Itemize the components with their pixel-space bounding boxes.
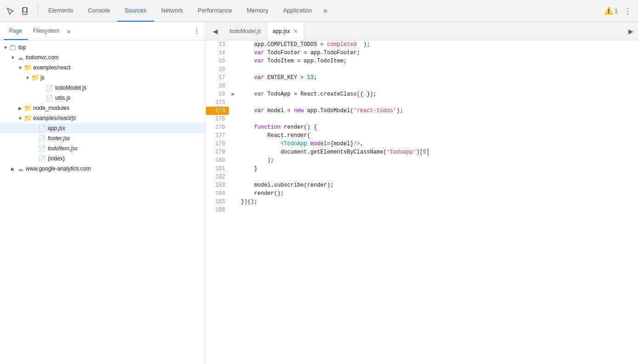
table-row: 183 model.subscribe(render); xyxy=(206,181,638,189)
more-menu-button[interactable]: ⋮ xyxy=(621,5,634,17)
tab-performance[interactable]: Performance xyxy=(190,0,239,22)
line-arrow xyxy=(229,49,237,57)
editor-tab-close-button[interactable]: ✕ xyxy=(293,28,298,35)
editor-tab-app-jsx[interactable]: app.jsx ✕ xyxy=(267,22,304,40)
line-number: 175 xyxy=(206,115,229,123)
collapse-panel-button[interactable]: ◀ xyxy=(208,24,222,39)
table-row: 180 ); xyxy=(206,156,638,165)
line-arrow xyxy=(229,115,237,123)
tab-elements[interactable]: Elements xyxy=(41,0,80,22)
sub-tab-menu-button[interactable] xyxy=(192,26,202,36)
code-view[interactable]: 13 app.COMPLETED_TODOS = completed ); 14… xyxy=(206,40,638,364)
left-panel: Page Filesystem » ▼ top ▼ ☁ todomvc.com xyxy=(0,22,206,364)
tab-console[interactable]: Console xyxy=(80,0,117,22)
table-row: 14 var TodoFooter = app.TodoFooter; xyxy=(206,49,638,57)
code-content: })(); xyxy=(237,198,638,206)
code-table: 13 app.COMPLETED_TODOS = completed ); 14… xyxy=(206,40,638,214)
tree-item-js[interactable]: ▼ 📁 js xyxy=(0,73,205,83)
line-number: 183 xyxy=(206,181,229,189)
table-row: 175 xyxy=(206,115,638,123)
tab-memory[interactable]: Memory xyxy=(239,0,276,22)
table-row: 185 })(); xyxy=(206,198,638,206)
tree-label-examples-react-js: examples/react/js xyxy=(33,115,76,121)
code-content: document.getElementsByClassName('todoapp… xyxy=(237,148,638,156)
code-content: var model = new app.TodoModel('react-tod… xyxy=(237,107,638,115)
tree-label-google-analytics: www.google-analytics.com xyxy=(26,165,91,172)
line-arrow xyxy=(229,57,237,65)
tree-item-todoitem-jsx[interactable]: ▶ 📄 todoItem.jsx xyxy=(0,143,205,154)
line-arrow xyxy=(229,40,237,49)
warning-icon: ⚠️ xyxy=(604,6,613,15)
tree-item-todomvc[interactable]: ▼ ☁ todomvc.com xyxy=(0,52,205,63)
warning-badge[interactable]: ⚠️ 1 xyxy=(604,6,618,15)
tree-arrow-google-analytics: ▶ xyxy=(9,165,17,172)
file-icon-index: 📄 xyxy=(39,155,46,162)
tree-item-index[interactable]: ▶ 📄 (index) xyxy=(0,154,205,164)
code-content: var TodoApp = React.createClass({…}); xyxy=(237,90,638,98)
line-number: 179 xyxy=(206,148,229,156)
file-icon-todoitem-jsx: 📄 xyxy=(39,145,46,152)
cursor-icon[interactable] xyxy=(4,5,17,17)
line-number: 14 xyxy=(206,49,229,57)
toolbar-right: ⚠️ 1 ⋮ xyxy=(604,5,634,17)
code-content: var TodoItem = app.TodoItem; xyxy=(237,57,638,65)
editor-tab-app-jsx-label: app.jsx xyxy=(273,28,290,34)
code-content: model.subscribe(render); xyxy=(237,181,638,189)
cloud-icon-google-analytics: ☁ xyxy=(17,165,24,172)
tree-item-examples-react[interactable]: ▼ 📁 examples/react xyxy=(0,63,205,73)
tree-item-top[interactable]: ▼ top xyxy=(0,42,205,52)
code-content: React.render( xyxy=(237,131,638,140)
code-content: render(); xyxy=(237,189,638,198)
table-row: 17 var ENTER_KEY = 13; xyxy=(206,74,638,82)
table-row: 181 } xyxy=(206,165,638,173)
editor-panel-right-button[interactable]: ▶ xyxy=(623,24,638,39)
file-icon-footer-jsx: 📄 xyxy=(39,135,46,142)
code-content xyxy=(237,65,638,74)
tree-item-node-modules[interactable]: ▶ 📁 node_modules xyxy=(0,103,205,113)
editor-tabs: ◀ todoModel.js app.jsx ✕ ▶ xyxy=(206,22,638,40)
line-arrow xyxy=(229,98,237,107)
table-row: 173 xyxy=(206,98,638,107)
code-content: var TodoFooter = app.TodoFooter; xyxy=(237,49,638,57)
table-row: 178 <TodoApp model={model}/>, xyxy=(206,140,638,148)
tab-more-icon[interactable]: » xyxy=(319,0,331,22)
line-number: 17 xyxy=(206,74,229,82)
sub-tab-filesystem[interactable]: Filesystem xyxy=(28,22,65,40)
line-number: 16 xyxy=(206,65,229,74)
tree-item-google-analytics[interactable]: ▶ ☁ www.google-analytics.com xyxy=(0,164,205,174)
right-panel: ◀ todoModel.js app.jsx ✕ ▶ 13 app.COMPLE… xyxy=(206,22,638,364)
line-arrow xyxy=(229,156,237,165)
line-arrow xyxy=(229,189,237,198)
code-content: } xyxy=(237,165,638,173)
table-row: 16 xyxy=(206,65,638,74)
tab-network[interactable]: Network xyxy=(154,0,191,22)
code-content: var ENTER_KEY = 13; xyxy=(237,74,638,82)
tree-item-app-jsx[interactable]: ▶ 📄 app.jsx xyxy=(0,123,205,133)
device-toolbar-icon[interactable] xyxy=(18,5,31,17)
code-content xyxy=(237,98,638,107)
table-row: 19 ▶ var TodoApp = React.createClass({…}… xyxy=(206,90,638,98)
tree-item-footer-jsx[interactable]: ▶ 📄 footer.jsx xyxy=(0,133,205,143)
folder-icon-examples-react: 📁 xyxy=(24,64,31,71)
code-content: app.COMPLETED_TODOS = completed ); xyxy=(237,40,638,49)
sub-tab-page[interactable]: Page xyxy=(4,22,28,40)
tab-sources[interactable]: Sources xyxy=(117,0,154,22)
line-arrow xyxy=(229,74,237,82)
folder-icon-node-modules: 📁 xyxy=(24,104,31,112)
tree-arrow-node-modules: ▶ xyxy=(17,104,24,112)
line-arrow xyxy=(229,140,237,148)
tree-label-footer-jsx: footer.jsx xyxy=(48,135,70,142)
line-arrow xyxy=(229,165,237,173)
line-arrow xyxy=(229,148,237,156)
table-row: 176 function render() { xyxy=(206,123,638,131)
editor-tab-todomodel[interactable]: todoModel.js xyxy=(224,22,267,40)
warning-count: 1 xyxy=(615,8,618,14)
tab-application[interactable]: Application xyxy=(276,0,320,22)
tree-item-examples-react-js[interactable]: ▼ 📁 examples/react/js xyxy=(0,113,205,123)
sub-tab-more-icon[interactable]: » xyxy=(67,28,70,35)
line-number: 177 xyxy=(206,131,229,140)
tree-item-utils[interactable]: ▶ 📄 utils.js xyxy=(0,93,205,103)
tree-item-todomodel[interactable]: ▶ 📄 todoModel.js xyxy=(0,83,205,93)
line-arrow xyxy=(229,181,237,189)
toolbar-divider xyxy=(38,5,38,17)
